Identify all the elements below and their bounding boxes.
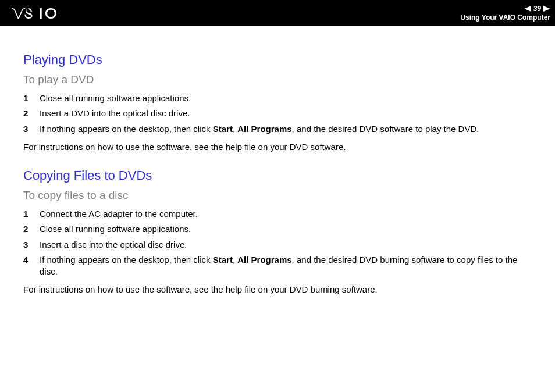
section-playing-dvds: Playing DVDs To play a DVD 1 Close all r… [23, 52, 532, 153]
page-header: 39 Using Your VAIO Computer [0, 0, 555, 26]
page-content: Playing DVDs To play a DVD 1 Close all r… [0, 26, 555, 296]
list-item: 4 If nothing appears on the desktop, the… [23, 252, 532, 280]
text-fragment: , [233, 255, 237, 265]
step-text: Insert a disc into the optical disc driv… [40, 239, 532, 251]
heading-playing-dvds: Playing DVDs [23, 52, 532, 67]
svg-marker-1 [524, 6, 531, 12]
list-item: 1 Close all running software application… [23, 91, 532, 106]
steps-play-dvd: 1 Close all running software application… [23, 91, 532, 137]
text-fragment: , and the desired DVD software to play t… [292, 124, 479, 134]
heading-copying-files: Copying Files to DVDs [23, 168, 532, 183]
header-right: 39 Using Your VAIO Computer [460, 5, 550, 22]
step-text: Close all running software applications. [40, 92, 532, 104]
subheading-to-copy-files: To copy files to a disc [23, 189, 532, 202]
next-page-icon[interactable] [543, 6, 550, 12]
steps-copy-files: 1 Connect the AC adapter to the computer… [23, 206, 532, 279]
list-item: 2 Close all running software application… [23, 222, 532, 237]
bold-text: All Programs [237, 124, 291, 134]
step-text: If nothing appears on the desktop, then … [40, 123, 532, 135]
list-item: 3 Insert a disc into the optical disc dr… [23, 237, 532, 252]
section-copying-files: Copying Files to DVDs To copy files to a… [23, 168, 532, 296]
list-item: 2 Insert a DVD into the optical disc dri… [23, 106, 532, 121]
step-number: 3 [23, 123, 31, 135]
step-text: If nothing appears on the desktop, then … [40, 254, 532, 278]
step-number: 1 [23, 208, 31, 220]
step-text: Insert a DVD into the optical disc drive… [40, 108, 532, 119]
prev-page-icon[interactable] [524, 6, 531, 12]
section-footer-text: For instructions on how to use the softw… [23, 284, 532, 295]
step-number: 2 [23, 223, 31, 235]
text-fragment: If nothing appears on the desktop, then … [40, 255, 213, 265]
subheading-to-play-dvd: To play a DVD [23, 73, 532, 86]
svg-marker-2 [543, 6, 550, 12]
step-number: 4 [23, 254, 31, 278]
vaio-logo [10, 7, 80, 19]
step-number: 3 [23, 239, 31, 251]
step-number: 1 [23, 92, 31, 104]
page-number: 39 [533, 5, 541, 13]
step-text: Connect the AC adapter to the computer. [40, 208, 532, 220]
page-nav: 39 [524, 5, 550, 13]
text-fragment: If nothing appears on the desktop, then … [40, 124, 213, 134]
step-text: Close all running software applications. [40, 223, 532, 235]
section-footer-text: For instructions on how to use the softw… [23, 141, 532, 153]
bold-text: Start [213, 124, 233, 134]
bold-text: All Programs [237, 255, 291, 265]
text-fragment: , [233, 124, 237, 134]
bold-text: Start [213, 255, 233, 265]
step-number: 2 [23, 108, 31, 119]
list-item: 3 If nothing appears on the desktop, the… [23, 122, 532, 137]
header-section-label: Using Your VAIO Computer [460, 13, 550, 22]
svg-rect-0 [40, 8, 42, 19]
list-item: 1 Connect the AC adapter to the computer… [23, 206, 532, 222]
